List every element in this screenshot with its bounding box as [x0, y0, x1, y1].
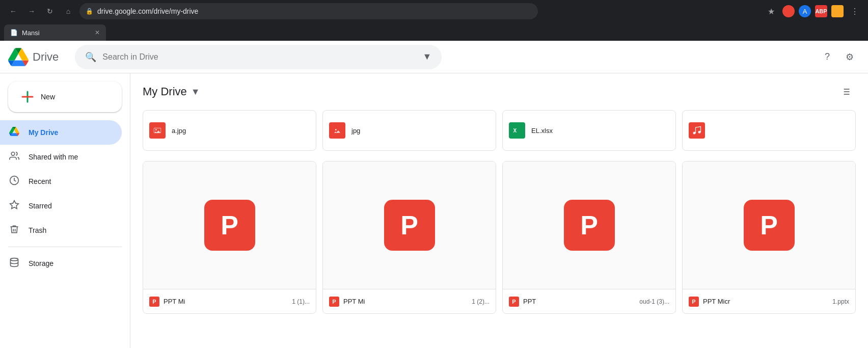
sidebar-item-my-drive[interactable]: My Drive — [0, 120, 122, 145]
svg-point-15 — [335, 129, 337, 130]
content-title-dropdown-icon[interactable]: ▼ — [191, 87, 200, 97]
sidebar-item-storage-label: Storage — [29, 259, 53, 267]
sidebar-item-recent-label: Recent — [29, 177, 51, 185]
file-subtitle-ppt4: 1.pptx — [832, 298, 849, 305]
ppt-small-icon-4: P — [689, 297, 699, 307]
my-drive-icon — [8, 126, 20, 139]
file-card-ajpg[interactable]: a.jpg — [143, 110, 316, 151]
image-icon-1 — [149, 122, 166, 139]
tab-favicon: 📄 — [10, 29, 18, 36]
menu-icon[interactable]: ⋮ — [848, 4, 862, 18]
file-card-ppt1-footer: P PPT Mi 1 (1)... — [143, 289, 316, 313]
file-name-ppt1: PPT Mi — [164, 298, 288, 305]
forward-button[interactable]: → — [24, 4, 39, 18]
extension-icon[interactable]: ABP — [815, 5, 827, 17]
svg-point-19 — [693, 132, 696, 135]
sidebar-divider — [8, 247, 122, 247]
active-tab[interactable]: 📄 Mansi ✕ — [4, 24, 106, 41]
address-bar[interactable]: 🔒 drive.google.com/drive/my-drive — [79, 3, 538, 19]
ppt-small-icon-1: P — [149, 297, 159, 307]
file-subtitle-ppt1: 1 (1)... — [292, 298, 310, 305]
ppt-icon-large-1: P — [204, 200, 255, 251]
file-name-jpg: jpg — [351, 127, 490, 135]
svg-text:X: X — [513, 128, 517, 133]
audio-icon — [689, 122, 705, 139]
bookmark-icon[interactable]: ★ — [764, 4, 778, 18]
reload-button[interactable]: ↻ — [43, 4, 57, 18]
file-card-audio[interactable] — [682, 110, 856, 151]
view-toggle-button[interactable] — [835, 82, 856, 102]
home-button[interactable]: ⌂ — [61, 4, 75, 18]
file-card-xlsx[interactable]: X EL.xlsx — [502, 110, 676, 151]
file-card-ppt3-footer: P PPT oud-1 (3)... — [503, 289, 675, 313]
file-card-ppt1-preview: P — [143, 162, 316, 289]
trash-icon — [8, 224, 20, 237]
file-card-ppt2-preview: P — [323, 162, 496, 289]
file-card-ppt4-preview: P — [683, 162, 855, 289]
tab-close-icon[interactable]: ✕ — [95, 29, 100, 36]
ppt-icon-large-3: P — [564, 200, 615, 251]
sidebar-item-storage[interactable]: Storage — [0, 251, 122, 276]
help-button[interactable]: ? — [817, 47, 837, 67]
recent-icon — [8, 175, 20, 188]
sidebar-item-shared[interactable]: Shared with me — [0, 145, 122, 169]
sidebar-item-trash[interactable]: Trash — [0, 218, 122, 243]
ppt-icon-large-4: P — [744, 200, 795, 251]
file-card-ppt2-footer: P PPT Mi 1 (2)... — [323, 289, 496, 313]
new-button[interactable]: New — [8, 82, 122, 112]
settings-button[interactable]: ⚙ — [839, 47, 860, 67]
files-row-2: P P PPT Mi 1 (1)... P P PPT Mi — [139, 159, 860, 316]
ppt-small-icon-3: P — [509, 297, 519, 307]
drive-logo[interactable]: Drive — [8, 48, 59, 66]
image-icon-2 — [329, 122, 345, 139]
tab-title: Mansi — [22, 29, 91, 37]
file-card-jpg[interactable]: jpg — [322, 110, 496, 151]
tab-bar: 📄 Mansi ✕ — [0, 22, 868, 41]
content-title: My Drive — [143, 85, 187, 98]
search-icon: 🔍 — [85, 51, 96, 63]
file-subtitle-ppt3: oud-1 (3)... — [639, 298, 669, 305]
search-input[interactable] — [102, 52, 416, 62]
starred-icon — [8, 200, 20, 212]
sidebar: New My Drive — [0, 73, 130, 348]
svg-point-13 — [155, 129, 157, 130]
file-name-ppt2: PPT Mi — [343, 298, 468, 305]
xlsx-icon: X — [509, 122, 525, 139]
storage-icon — [8, 257, 20, 270]
search-dropdown-icon[interactable]: ▼ — [423, 51, 432, 62]
main-layout: New My Drive — [0, 73, 868, 348]
lock-icon: 🔒 — [86, 8, 93, 15]
file-card-ppt4-footer: P PPT Micr 1.pptx — [683, 289, 855, 313]
url-text: drive.google.com/drive/my-drive — [97, 7, 198, 15]
drive-logo-text: Drive — [33, 50, 59, 64]
app-container: Drive 🔍 ▼ ? ⚙ New — [0, 41, 868, 348]
account-icon[interactable]: A — [799, 5, 811, 17]
search-bar[interactable]: 🔍 ▼ — [75, 45, 442, 69]
top-bar-actions: ? ⚙ — [817, 47, 860, 67]
files-row-1: a.jpg jpg — [139, 108, 860, 153]
file-card-ppt1[interactable]: P P PPT Mi 1 (1)... — [143, 161, 316, 314]
sidebar-item-recent[interactable]: Recent — [0, 169, 122, 194]
file-card-ppt4[interactable]: P P PPT Micr 1.pptx — [682, 161, 856, 314]
shared-icon — [8, 151, 20, 164]
new-plus-icon — [20, 90, 35, 104]
file-card-ppt3[interactable]: P P PPT oud-1 (3)... — [502, 161, 676, 314]
profile-icon[interactable] — [782, 5, 795, 17]
svg-point-20 — [698, 131, 701, 133]
sidebar-item-trash-label: Trash — [29, 226, 46, 234]
file-name-xlsx: EL.xlsx — [531, 127, 669, 135]
sidebar-item-my-drive-label: My Drive — [29, 128, 58, 137]
file-card-ppt2[interactable]: P P PPT Mi 1 (2)... — [322, 161, 496, 314]
file-subtitle-ppt2: 1 (2)... — [472, 298, 490, 305]
browser-chrome: ← → ↻ ⌂ 🔒 drive.google.com/drive/my-driv… — [0, 0, 868, 22]
back-button[interactable]: ← — [6, 4, 20, 18]
svg-rect-14 — [333, 126, 341, 135]
svg-point-5 — [11, 258, 18, 260]
file-name-ppt3: PPT — [523, 298, 635, 305]
extra-icon[interactable] — [831, 5, 844, 17]
content-title-row: My Drive ▼ — [143, 85, 200, 98]
sidebar-item-starred[interactable]: Starred — [0, 194, 122, 218]
ppt-icon-large-2: P — [384, 200, 435, 251]
new-button-label: New — [41, 93, 55, 101]
svg-point-2 — [11, 152, 15, 155]
